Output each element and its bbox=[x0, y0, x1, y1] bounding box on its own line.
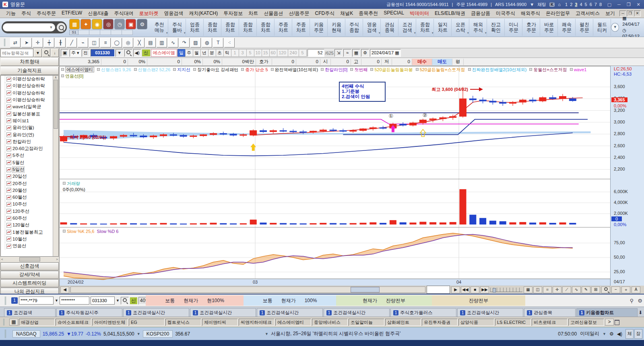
stock-삼양식품[interactable]: 삼양식품 bbox=[458, 319, 494, 326]
toolbar-button-미니주문[interactable]: 미니주문 bbox=[505, 19, 522, 36]
indicator-item[interactable]: 5월선 bbox=[5, 159, 58, 166]
toolbar-button-종합차트[interactable]: 종합차트 bbox=[257, 19, 275, 36]
stock-LS ELECTRIC[interactable]: LS ELECTRIC bbox=[495, 319, 531, 326]
gear-icon[interactable]: ⚙ bbox=[609, 331, 614, 337]
tree-horizontal-scrollbar[interactable]: <> bbox=[0, 257, 59, 262]
more-stocks-button[interactable]: > bbox=[605, 319, 614, 325]
chat-button[interactable]: 채팅 bbox=[537, 2, 546, 8]
menu-금융상품[interactable]: 금융상품 bbox=[468, 10, 493, 17]
menu-투자정보[interactable]: 투자정보 bbox=[221, 10, 246, 17]
menu-해외주식[interactable]: 해외주식 bbox=[518, 10, 543, 17]
avg-button[interactable]: 평 bbox=[452, 59, 464, 65]
menu-ETF/ELW[interactable]: ETF/ELW bbox=[59, 10, 85, 17]
menu-CFD주식[interactable]: CFD주식 bbox=[312, 10, 338, 17]
tab-조건검색실시간[interactable]: 1조건검색실시간 bbox=[324, 308, 390, 317]
ars-dropdown-icon[interactable]: ▼ bbox=[530, 2, 534, 7]
indicator-item[interactable]: 20주선 bbox=[5, 180, 58, 187]
bar-width-slider[interactable] bbox=[490, 288, 522, 292]
menu-주식대여[interactable]: 주식대여 bbox=[111, 10, 136, 17]
chevron-down-icon[interactable]: ▼ bbox=[55, 299, 58, 303]
stock-제이앤티씨[interactable]: 제이앤티씨 bbox=[202, 319, 238, 326]
indicator-item[interactable]: 이평선상승하락 bbox=[5, 97, 58, 103]
period-초[interactable]: 초 bbox=[216, 49, 224, 57]
toolbar-button-키움현재[interactable]: 키움현재 bbox=[328, 19, 345, 36]
panel-icon[interactable]: ⊞ bbox=[591, 286, 600, 293]
area-pattern-icon[interactable]: ▨ bbox=[190, 38, 201, 47]
stock-애경산업[interactable]: 애경산업 bbox=[19, 319, 55, 326]
toolbar-button-영웅검색[interactable]: 영웅검색 bbox=[363, 19, 381, 36]
edit-icon[interactable]: ✎ bbox=[582, 286, 590, 293]
indicator-item[interactable]: 120월선 bbox=[5, 222, 58, 229]
indicator-item[interactable]: 60월선 bbox=[5, 194, 58, 201]
order-code-input[interactable] bbox=[91, 297, 115, 305]
sidebar-신호검색[interactable]: 신호검색 bbox=[0, 262, 59, 270]
search-icon[interactable] bbox=[121, 297, 129, 305]
workspace-6[interactable]: 6 bbox=[588, 2, 593, 7]
clock-icon[interactable]: ◷ bbox=[114, 19, 125, 29]
menu-채널K[interactable]: 채널K bbox=[337, 10, 356, 17]
order-type-panel-3[interactable]: 잔량전부 bbox=[432, 295, 525, 306]
retrace3-icon[interactable]: ▤ bbox=[145, 38, 156, 47]
buy-button[interactable]: 매수 bbox=[412, 59, 432, 65]
stock-아이티엔반도체[interactable]: 아이티엔반도체 bbox=[92, 319, 128, 326]
search-icon[interactable] bbox=[57, 23, 66, 32]
toolbar-button-펼친주문[interactable]: 펼친주문 bbox=[576, 19, 593, 36]
stock-중앙에너비스[interactable]: 중앙에너비스 bbox=[312, 319, 348, 326]
toolbar-button-종합차트[interactable]: 종합차트 bbox=[416, 19, 434, 36]
playback-▶[interactable]: ▶ bbox=[451, 286, 460, 293]
menu-선물옵션[interactable]: 선물옵션 bbox=[261, 10, 286, 17]
indicator-item[interactable]: 120주선 bbox=[5, 208, 58, 215]
row-drag-handle[interactable] bbox=[5, 297, 8, 305]
playback-▶▶[interactable]: ▶▶ bbox=[480, 286, 489, 293]
arrow-down-icon[interactable]: ⬇ bbox=[638, 310, 642, 315]
undo-redo-icon[interactable]: ⇄ bbox=[10, 38, 21, 47]
stock-유진투자증권[interactable]: 유진투자증권 bbox=[422, 319, 458, 326]
order-type-panel-0[interactable]: 보통현재가현100% bbox=[146, 295, 244, 306]
indicator-icon[interactable]: ⌗ bbox=[543, 286, 552, 293]
stock-비츠로테크[interactable]: 비츠로테크 bbox=[532, 319, 568, 326]
speaker-icon[interactable]: ◀) bbox=[617, 331, 622, 337]
pin-icon[interactable]: ⚲ bbox=[630, 298, 634, 304]
text-tool-icon[interactable]: T bbox=[213, 38, 223, 47]
menu-주식[interactable]: 주식 bbox=[19, 10, 34, 17]
period-60[interactable]: 60 bbox=[269, 49, 277, 57]
screen-tab-s1[interactable]: S1 bbox=[69, 30, 78, 35]
font-size-button[interactable]: A bbox=[632, 286, 640, 293]
index1-label[interactable]: NASDAQ bbox=[12, 330, 40, 338]
crosshair-icon[interactable]: ✛ bbox=[33, 38, 43, 47]
workspace-3[interactable]: 3 bbox=[574, 2, 578, 7]
zigzag-icon[interactable]: ∿ bbox=[168, 38, 178, 47]
search-input[interactable]: ▼ bbox=[3, 23, 55, 31]
toolbar-button-쾌속주문[interactable]: 쾌속주문 bbox=[558, 19, 576, 36]
points-tool-icon[interactable]: ⁖ bbox=[224, 38, 235, 47]
monitor-icon[interactable]: ▣ bbox=[126, 19, 136, 29]
menu-미국주식[interactable]: 미국주식 bbox=[493, 10, 518, 17]
menu-로보마켓[interactable]: 로보마켓 bbox=[136, 10, 161, 17]
news-source[interactable]: 이데일리 bbox=[580, 330, 599, 337]
period-15[interactable]: 15 bbox=[262, 49, 270, 57]
search-icon[interactable] bbox=[42, 49, 50, 57]
period-분[interactable]: 분 bbox=[208, 49, 216, 57]
toolbar-collapse-button[interactable]: ▼ bbox=[611, 23, 619, 32]
section-chart-type[interactable]: 차트형태 bbox=[0, 58, 59, 66]
screen-tab-empty[interactable] bbox=[100, 30, 111, 35]
menu-보기[interactable]: 보기 bbox=[603, 10, 618, 17]
global-search[interactable]: ▼ bbox=[2, 21, 67, 33]
period-5[interactable]: 5 bbox=[299, 49, 307, 57]
parallel-lines-icon[interactable]: ≡ bbox=[100, 38, 111, 47]
hline-tool-icon[interactable]: ┿ bbox=[44, 38, 54, 47]
tab-조건검색실시간[interactable]: 1조건검색실시간 bbox=[123, 308, 189, 317]
indicator-item[interactable]: 20-60고점라인 bbox=[5, 145, 58, 152]
save-icon[interactable]: ▦ bbox=[69, 19, 80, 29]
account-select[interactable] bbox=[19, 297, 54, 305]
indicator-item[interactable]: 5주선 bbox=[5, 152, 58, 159]
ellipse-icon[interactable]: ◯ bbox=[111, 38, 122, 47]
zoom-candle-icon[interactable]: ⇲ bbox=[334, 49, 343, 57]
scroll-left-button[interactable]: ◀ bbox=[60, 286, 69, 293]
order-type-panel-2[interactable]: 현재가잔량전부 bbox=[336, 295, 432, 306]
chevron-down-icon[interactable]: ▼ bbox=[137, 332, 140, 336]
playback-■[interactable]: ■ bbox=[471, 286, 479, 293]
screen-tab-empty[interactable] bbox=[89, 30, 100, 35]
indicator-item[interactable]: 이평선상승하락 bbox=[5, 90, 58, 97]
menu-차트[interactable]: 차트 bbox=[246, 10, 261, 17]
